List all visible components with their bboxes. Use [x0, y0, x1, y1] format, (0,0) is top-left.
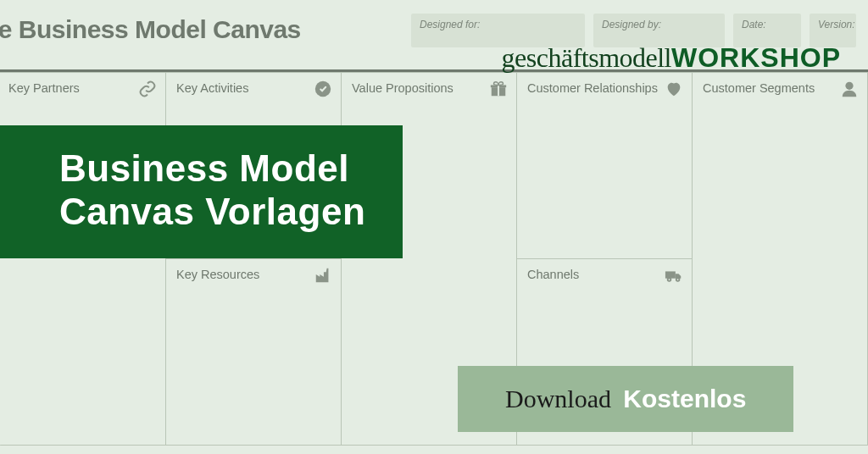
svg-rect-5 — [665, 271, 676, 278]
promo-title-line2: Canvas Vorlagen — [59, 191, 365, 232]
cell-label: Key Partners — [8, 81, 155, 95]
gift-icon — [489, 80, 508, 98]
cell-key-resources: Key Resources — [166, 259, 342, 446]
truck-icon — [665, 266, 683, 285]
person-icon — [840, 80, 859, 98]
header: ne Business Model Canvas Designed for: D… — [0, 0, 868, 53]
factory-icon — [314, 266, 332, 285]
cell-label: Value Propositions — [352, 81, 506, 95]
brand-light: geschäftsmodell — [502, 42, 671, 73]
svg-point-6 — [668, 278, 671, 281]
page-title: ne Business Model Canvas — [0, 15, 301, 44]
cell-label: Customer Relationships — [527, 81, 682, 95]
heart-icon — [665, 80, 683, 98]
download-label: Download — [505, 385, 611, 412]
checkmark-circle-icon — [314, 80, 332, 98]
link-icon — [138, 80, 157, 98]
cell-label: Customer Segments — [703, 81, 857, 95]
download-free-label: Kostenlos — [623, 385, 746, 412]
cell-label: Key Activities — [176, 81, 331, 95]
svg-point-4 — [845, 82, 853, 90]
brand-logo: geschäftsmodellWORKSHOP — [502, 42, 841, 74]
svg-rect-3 — [498, 85, 499, 96]
brand-heavy: WORKSHOP — [671, 42, 841, 73]
svg-point-7 — [676, 278, 680, 281]
download-button[interactable]: Download Kostenlos — [458, 366, 793, 432]
cell-label: Channels — [527, 268, 682, 281]
cell-customer-relationships: Customer Relationships — [517, 73, 693, 259]
promo-title-line1: Business Model — [59, 147, 349, 189]
promo-title-banner: Business Model Canvas Vorlagen — [0, 125, 403, 258]
cell-label: Key Resources — [176, 268, 331, 281]
